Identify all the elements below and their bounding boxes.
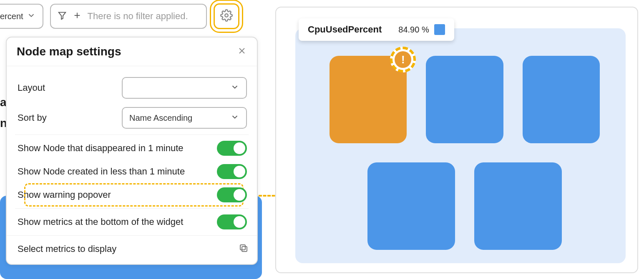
close-button[interactable]	[237, 46, 247, 57]
select-metrics-label[interactable]: Select metrics to display	[18, 244, 116, 254]
highlight-outline	[24, 183, 244, 207]
svg-rect-6	[242, 247, 247, 252]
metric-color-swatch	[434, 24, 445, 35]
node-map-widget: ! CpuUsedPercent 84.90 %	[275, 7, 638, 273]
dialog-icon	[239, 247, 249, 254]
metric-tooltip: CpuUsedPercent 84.90 %	[299, 18, 454, 41]
warning-popover-badge[interactable]: !	[390, 47, 416, 72]
toggle-metrics-bottom-label: Show metrics at the bottom of the widget	[18, 217, 183, 227]
display-mode-select[interactable]: ercent	[0, 4, 43, 29]
toggle-created[interactable]	[217, 164, 247, 179]
filter-input[interactable]: There is no filter applied.	[50, 4, 207, 29]
node-tile-warn[interactable]: !	[330, 56, 407, 143]
chevron-down-icon	[230, 112, 239, 124]
toggle-disappeared-label: Show Node that disappeared in 1 minute	[18, 143, 183, 154]
warning-icon: !	[395, 51, 411, 68]
chevron-down-icon	[230, 82, 239, 94]
svg-marker-0	[58, 12, 65, 19]
layout-select[interactable]	[122, 77, 247, 99]
svg-rect-7	[240, 245, 245, 250]
node-tile[interactable]	[523, 56, 600, 143]
select-metrics-dialog-button[interactable]	[239, 243, 249, 255]
metric-name: CpuUsedPercent	[308, 24, 382, 35]
settings-button[interactable]	[214, 3, 239, 29]
display-mode-label: ercent	[0, 12, 23, 21]
filter-placeholder: There is no filter applied.	[88, 11, 188, 22]
sortby-label: Sort by	[18, 112, 47, 123]
node-tile[interactable]	[367, 162, 455, 250]
toggle-metrics-bottom[interactable]	[217, 214, 247, 229]
chevron-down-icon	[27, 11, 36, 22]
metric-value: 84.90 %	[398, 25, 429, 35]
gear-icon	[220, 9, 233, 23]
sortby-select-value: Name Ascending	[129, 113, 192, 123]
toggle-warning-popover[interactable]	[217, 187, 247, 202]
sortby-select[interactable]: Name Ascending	[122, 107, 247, 129]
node-tile[interactable]	[474, 162, 562, 250]
toggle-disappeared[interactable]	[217, 141, 247, 156]
filter-icon	[58, 11, 67, 22]
node-tile[interactable]	[426, 56, 503, 143]
svg-point-3	[225, 14, 228, 17]
popover-title: Node map settings	[17, 45, 121, 58]
layout-label: Layout	[18, 82, 45, 93]
close-icon	[237, 50, 247, 57]
toggle-created-label: Show Node created in less than 1 minute	[18, 166, 185, 177]
node-map-settings-popover: Node map settings Layout Sort by	[6, 37, 258, 265]
plus-icon	[73, 11, 82, 22]
node-map-canvas: !	[295, 28, 626, 263]
